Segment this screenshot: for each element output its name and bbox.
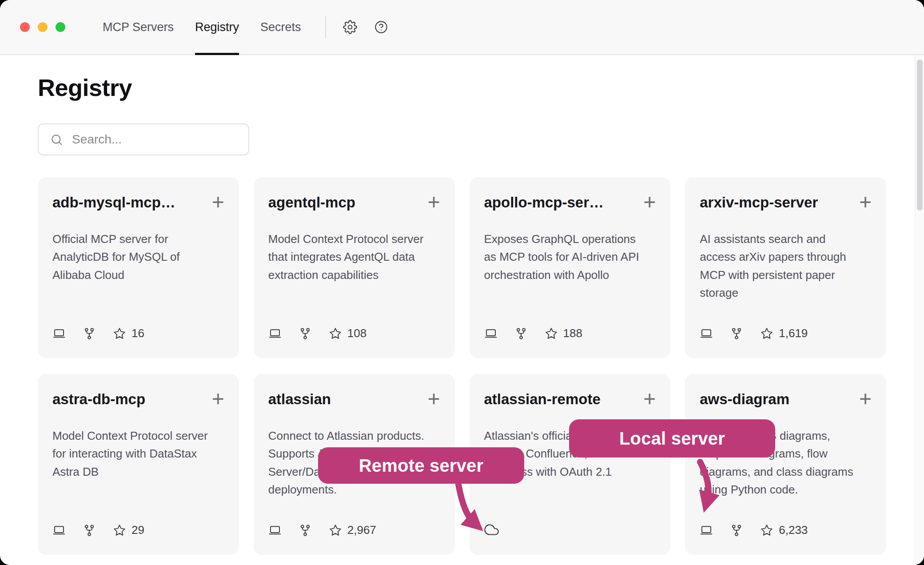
close-window-button[interactable] [20,22,30,32]
server-card-grid: adb-mysql-mcp… + Official MCP server for… [38,177,886,555]
star-count: 188 [545,326,582,340]
git-fork-icon[interactable] [299,327,312,340]
help-icon [374,20,388,34]
server-name: arxiv-mcp-server [700,194,818,211]
laptop-icon [268,524,282,537]
server-description: Model Context Protocol server for intera… [52,427,216,481]
search-box[interactable] [38,123,249,155]
star-icon [113,524,126,537]
star-count: 29 [113,523,144,537]
add-server-button[interactable]: + [637,192,656,211]
minimize-window-button[interactable] [38,22,48,32]
app-window: MCP Servers Registry Secrets Registry [0,0,924,565]
server-card-apollo-mcp-server[interactable]: apollo-mcp-ser… + Exposes GraphQL operat… [470,177,671,358]
laptop-icon [484,327,498,340]
server-card-agentql-mcp[interactable]: agentql-mcp + Model Context Protocol ser… [254,177,455,358]
git-fork-icon[interactable] [514,327,528,340]
page-title: Registry [38,74,886,101]
star-count: 108 [329,326,366,340]
add-server-button[interactable]: + [421,192,440,211]
gear-icon [343,20,357,34]
server-description: AI assistants search and access arXiv pa… [700,230,863,302]
main-tabs: MCP Servers Registry Secrets [103,0,301,54]
star-icon [545,327,558,340]
server-name: astra-db-mcp [52,391,145,408]
server-name: agentql-mcp [268,194,355,211]
search-icon [50,133,63,146]
add-server-button[interactable]: + [637,389,656,408]
zoom-window-button[interactable] [56,22,65,32]
tab-label: Registry [195,20,239,34]
star-count: 2,967 [329,523,376,537]
add-server-button[interactable]: + [206,192,224,211]
add-server-button[interactable]: + [206,389,224,408]
laptop-icon [52,524,66,537]
server-description: Model Context Protocol server that integ… [268,230,432,284]
server-description: Exposes GraphQL operations as MCP tools … [484,230,648,284]
laptop-icon [268,327,282,340]
git-fork-icon[interactable] [83,524,96,537]
star-count: 16 [113,326,144,340]
tab-registry[interactable]: Registry [195,0,239,54]
laptop-icon [700,524,713,537]
server-name: atlassian [268,391,331,408]
tab-secrets[interactable]: Secrets [260,0,301,54]
server-name: aws-diagram [700,391,789,408]
laptop-icon [700,327,713,340]
tab-mcp-servers[interactable]: MCP Servers [103,0,174,54]
star-count: 1,619 [760,326,808,340]
star-icon [760,327,773,340]
server-name: atlassian-remote [484,391,601,408]
star-icon [760,524,773,537]
star-icon [329,327,342,340]
server-card-adb-mysql-mcp[interactable]: adb-mysql-mcp… + Official MCP server for… [38,177,239,358]
traffic-lights [20,22,65,32]
header-divider [325,16,326,38]
git-fork-icon[interactable] [730,327,743,340]
star-icon [329,524,342,537]
settings-button[interactable] [343,20,357,34]
git-fork-icon[interactable] [83,327,96,340]
titlebar: MCP Servers Registry Secrets [0,0,924,55]
star-icon [113,327,126,340]
server-name: adb-mysql-mcp… [52,194,175,211]
tab-label: Secrets [260,20,301,34]
server-description: Official MCP server for AnalyticDB for M… [52,230,216,284]
tab-label: MCP Servers [103,20,174,34]
star-count: 6,233 [760,523,808,537]
add-server-button[interactable]: + [853,192,872,211]
server-name: apollo-mcp-ser… [484,194,604,211]
git-fork-icon[interactable] [299,524,312,537]
git-fork-icon[interactable] [730,524,743,537]
remote-server-callout: Remote server [318,447,524,484]
cloud-icon [484,522,499,537]
local-server-callout: Local server [569,419,775,458]
server-card-arxiv-mcp-server[interactable]: arxiv-mcp-server + AI assistants search … [685,177,886,358]
server-card-aws-diagram[interactable]: aws-diagram + Generate AWS diagrams, seq… [685,374,886,555]
search-input[interactable] [71,132,237,147]
server-card-astra-db-mcp[interactable]: astra-db-mcp + Model Context Protocol se… [38,374,239,555]
scrollbar-thumb[interactable] [917,60,923,211]
scrollbar-track[interactable] [915,55,924,565]
add-server-button[interactable]: + [853,389,872,408]
laptop-icon [52,327,66,340]
help-button[interactable] [374,20,388,34]
add-server-button[interactable]: + [421,389,440,408]
